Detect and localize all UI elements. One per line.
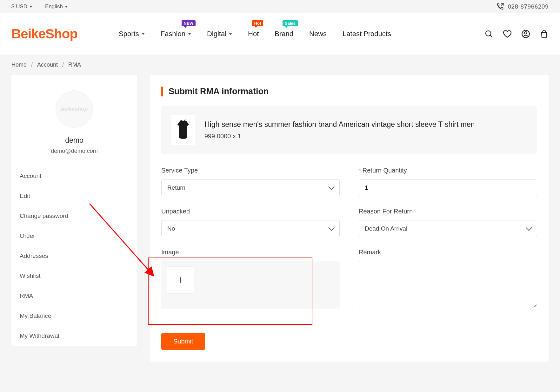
breadcrumb-current: RMA [68,62,81,68]
language-selector[interactable]: English [45,3,68,10]
return-qty-field[interactable] [365,180,531,196]
svg-point-0 [486,31,491,36]
avatar[interactable]: beikeshop [56,90,93,128]
heart-icon[interactable] [503,29,512,38]
unpacked-value: No [167,225,175,232]
nav-news[interactable]: News [309,30,327,38]
chevron-down-icon [328,225,335,231]
service-type-label: Service Type [161,167,340,174]
breadcrumb: Home / Account / RMA [0,55,560,75]
remark-label: Remark [359,249,537,256]
plus-icon [176,276,184,284]
sidebar-item-edit[interactable]: Edit [11,186,137,206]
unpacked-label: Unpacked [161,208,340,215]
badge-hot: Hot [252,20,263,26]
add-image-button[interactable] [167,267,194,293]
breadcrumb-account[interactable]: Account [37,62,58,68]
caret-down-icon [29,6,32,8]
tshirt-icon [175,119,191,141]
reason-select[interactable]: Dead On Arrival [359,220,537,237]
nav-label: Latest Products [343,30,391,38]
reason-value: Dead On Arrival [365,225,407,232]
sidebar-item-rma[interactable]: RMA [11,286,137,306]
search-icon[interactable] [484,29,493,38]
phone-contact: 028-87966209 [496,2,549,11]
sidebar-item-account[interactable]: Account [11,166,137,186]
unpacked-select[interactable]: No [161,220,340,237]
service-type-value: Return [167,184,185,191]
nav-label: Fashion [161,30,185,38]
nav-fashion[interactable]: NEW Fashion [161,30,191,38]
chevron-down-icon [526,225,532,231]
badge-new: NEW [182,20,196,26]
image-label: Image [161,249,340,256]
return-qty-input[interactable] [359,179,537,196]
remark-textarea[interactable] [359,261,537,307]
side-menu: Account Edit Change password Order Addre… [11,166,137,346]
caret-down-icon [142,33,145,35]
nav-label: Sports [119,30,139,38]
top-bar: $ USD English 028-87966209 [0,0,560,13]
header-icons [484,29,549,38]
phone-icon [496,2,504,11]
breadcrumb-sep: / [62,62,64,68]
sidebar-item-order[interactable]: Order [11,226,137,246]
currency-selector[interactable]: $ USD [11,3,32,10]
sidebar-item-change-password[interactable]: Change password [11,206,137,226]
nav-brand[interactable]: Sales Brand [275,30,293,38]
svg-point-2 [524,32,527,34]
bag-icon[interactable] [540,29,549,38]
logo[interactable]: BeikeShop [11,26,77,42]
nav-label: Digital [207,30,226,38]
product-name: High sense men's summer fashion brand Am… [204,120,527,129]
nav-latest[interactable]: Latest Products [343,30,391,38]
main-nav: Sports NEW Fashion Digital Hot Hot Sales… [119,30,391,38]
nav-sports[interactable]: Sports [119,30,145,38]
currency-label: $ USD [11,3,27,10]
profile-email: demo@demo.com [18,148,131,154]
caret-down-icon [188,33,191,35]
sidebar-item-wishlist[interactable]: Wishlist [11,266,137,286]
nav-label: Hot [248,30,259,38]
breadcrumb-sep: / [31,62,33,68]
badge-sales: Sales [283,20,298,26]
product-price-qty: 999.0000 x 1 [204,133,527,140]
product-card: High sense men's summer fashion brand Am… [161,106,537,154]
service-type-select[interactable]: Return [161,179,340,196]
user-icon[interactable] [521,29,530,38]
page-title: Submit RMA information [161,87,537,96]
language-label: English [45,3,63,10]
return-qty-label: *Return Quantity [359,167,537,174]
nav-digital[interactable]: Digital [207,30,232,38]
caret-down-icon [65,6,68,8]
submit-button[interactable]: Submit [161,333,205,350]
profile-name: demo [18,136,131,145]
image-upload-zone [161,261,340,309]
product-thumb [171,115,195,145]
sidebar-item-withdrawal[interactable]: My Withdrawal [11,326,137,346]
nav-label: News [309,30,327,38]
main-panel: Submit RMA information High sense men's … [150,75,549,362]
chevron-down-icon [328,184,335,190]
caret-down-icon [229,33,232,35]
phone-number: 028-87966209 [508,3,549,10]
nav-hot[interactable]: Hot Hot [248,30,259,38]
profile-block: beikeshop demo demo@demo.com [11,75,137,166]
header: BeikeShop Sports NEW Fashion Digital Hot… [0,13,560,55]
sidebar-item-balance[interactable]: My Balance [11,306,137,326]
nav-label: Brand [275,30,293,38]
reason-label: Reason For Return [359,208,537,215]
sidebar-item-addresses[interactable]: Addresses [11,246,137,266]
breadcrumb-home[interactable]: Home [11,62,27,68]
account-sidebar: beikeshop demo demo@demo.com Account Edi… [11,75,137,346]
